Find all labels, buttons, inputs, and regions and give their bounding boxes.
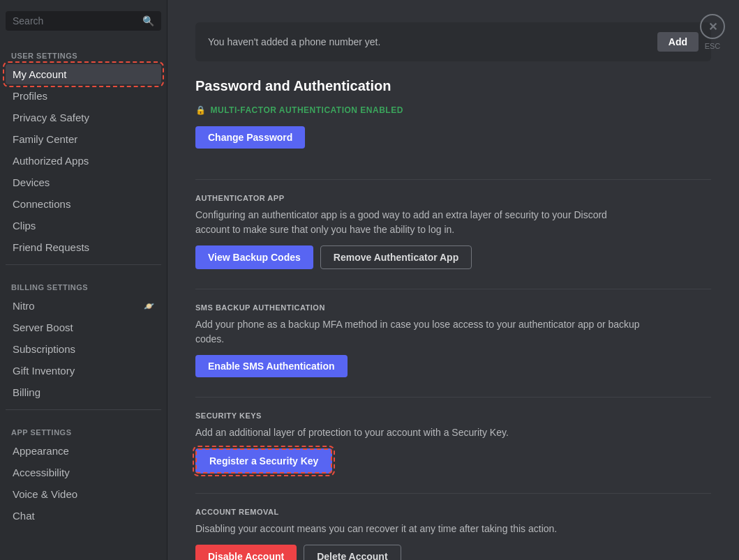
account-removal-desc: Disabling your account means you can rec…: [195, 522, 642, 536]
security-keys-btn-row: Register a Security Key: [195, 448, 711, 474]
sidebar-item-connections[interactable]: Connections: [6, 194, 161, 214]
sidebar-item-family-center[interactable]: Family Center: [6, 129, 161, 149]
divider-3: [195, 397, 711, 398]
esc-button[interactable]: ✕ ESC: [700, 14, 725, 50]
sidebar-item-gift-inventory[interactable]: Gift Inventory: [6, 361, 161, 381]
sidebar-item-appearance[interactable]: Appearance: [6, 441, 161, 461]
sidebar-item-label: Family Center: [13, 133, 77, 145]
main-content: ✕ ESC You haven't added a phone number y…: [167, 0, 739, 560]
mfa-status-badge: 🔒 MULTI-FACTOR AUTHENTICATION ENABLED: [195, 105, 711, 115]
sidebar-item-label: Gift Inventory: [13, 365, 75, 377]
sidebar-item-nitro[interactable]: Nitro 🪐: [6, 296, 161, 316]
security-keys-desc: Add an additional layer of protection to…: [195, 425, 642, 440]
sms-backup-desc: Add your phone as a backup MFA method in…: [195, 317, 642, 347]
sidebar-item-label: Appearance: [13, 445, 69, 457]
sidebar-item-label: Friend Requests: [13, 241, 89, 253]
delete-account-button[interactable]: Delete Account: [304, 545, 401, 560]
sidebar-item-label: Billing: [13, 386, 40, 398]
sidebar-item-label: Privacy & Safety: [13, 112, 89, 123]
nitro-badge-icon: 🪐: [144, 301, 154, 311]
phone-notice-text: You haven't added a phone number yet.: [208, 36, 380, 47]
sidebar-item-label: Nitro: [13, 300, 35, 312]
lock-icon: 🔒: [195, 105, 207, 115]
sidebar-item-label: Server Boost: [13, 321, 73, 333]
sidebar-divider-1: [6, 264, 161, 265]
mfa-status-text: MULTI-FACTOR AUTHENTICATION ENABLED: [211, 105, 403, 115]
search-icon: 🔍: [142, 15, 154, 27]
sidebar-item-label: Connections: [13, 198, 70, 210]
sidebar-item-clips[interactable]: Clips: [6, 215, 161, 236]
search-input[interactable]: [13, 15, 138, 27]
sidebar-item-label: Authorized Apps: [13, 155, 89, 167]
esc-circle-icon[interactable]: ✕: [700, 14, 725, 39]
authenticator-app-title: AUTHENTICATOR APP: [195, 194, 711, 202]
sidebar: 🔍 USER SETTINGS My Account Profiles Priv…: [0, 0, 167, 560]
sidebar-item-subscriptions[interactable]: Subscriptions: [6, 339, 161, 359]
enable-sms-button[interactable]: Enable SMS Authentication: [195, 355, 348, 377]
account-removal-btn-row: Disable Account Delete Account: [195, 545, 711, 560]
sms-backup-section: SMS BACKUP AUTHENTICATION Add your phone…: [195, 303, 711, 377]
disable-account-button[interactable]: Disable Account: [195, 545, 297, 560]
sidebar-item-privacy-safety[interactable]: Privacy & Safety: [6, 107, 161, 128]
authenticator-app-desc: Configuring an authenticator app is a go…: [195, 208, 642, 237]
sidebar-item-label: Chat: [13, 510, 35, 522]
sidebar-divider-2: [6, 409, 161, 410]
phone-notice-banner: You haven't added a phone number yet. Ad…: [195, 22, 711, 61]
authenticator-app-section: AUTHENTICATOR APP Configuring an authent…: [195, 194, 711, 269]
sidebar-item-devices[interactable]: Devices: [6, 172, 161, 192]
sidebar-item-label: Voice & Video: [13, 488, 77, 500]
view-backup-codes-button[interactable]: View Backup Codes: [195, 245, 313, 269]
add-phone-button[interactable]: Add: [657, 32, 699, 52]
esc-label: ESC: [705, 42, 721, 50]
sidebar-item-label: Devices: [13, 176, 50, 188]
account-removal-section: ACCOUNT REMOVAL Disabling your account m…: [195, 508, 711, 560]
remove-authenticator-button[interactable]: Remove Authenticator App: [320, 245, 472, 269]
account-removal-title: ACCOUNT REMOVAL: [195, 508, 711, 516]
sidebar-item-my-account[interactable]: My Account: [6, 64, 161, 84]
security-keys-title: SECURITY KEYS: [195, 411, 711, 420]
sidebar-item-billing[interactable]: Billing: [6, 382, 161, 402]
change-password-button[interactable]: Change Password: [195, 126, 305, 149]
sidebar-item-label: Profiles: [13, 90, 47, 102]
sidebar-item-chat[interactable]: Chat: [6, 506, 161, 526]
sidebar-item-friend-requests[interactable]: Friend Requests: [6, 237, 161, 257]
sidebar-item-server-boost[interactable]: Server Boost: [6, 317, 161, 338]
sidebar-item-voice-video[interactable]: Voice & Video: [6, 484, 161, 504]
divider-2: [195, 289, 711, 289]
security-keys-section: SECURITY KEYS Add an additional layer of…: [195, 411, 711, 474]
sidebar-item-profiles[interactable]: Profiles: [6, 86, 161, 106]
page-title: Password and Authentication: [195, 78, 711, 94]
sidebar-item-label: Subscriptions: [13, 343, 75, 355]
sidebar-item-authorized-apps[interactable]: Authorized Apps: [6, 151, 161, 171]
sidebar-item-accessibility[interactable]: Accessibility: [6, 462, 161, 483]
search-box[interactable]: 🔍: [6, 11, 161, 31]
sidebar-item-label: My Account: [13, 68, 67, 80]
divider-4: [195, 493, 711, 494]
app-settings-label: APP SETTINGS: [6, 417, 161, 439]
divider-1: [195, 179, 711, 180]
sidebar-item-label: Clips: [13, 220, 36, 232]
user-settings-label: USER SETTINGS: [6, 40, 161, 63]
authenticator-btn-row: View Backup Codes Remove Authenticator A…: [195, 245, 711, 269]
sidebar-item-label: Accessibility: [13, 467, 70, 478]
sms-btn-row: Enable SMS Authentication: [195, 355, 711, 377]
billing-settings-label: BILLING SETTINGS: [6, 272, 161, 294]
sms-backup-title: SMS BACKUP AUTHENTICATION: [195, 303, 711, 312]
register-security-key-button[interactable]: Register a Security Key: [195, 448, 332, 474]
